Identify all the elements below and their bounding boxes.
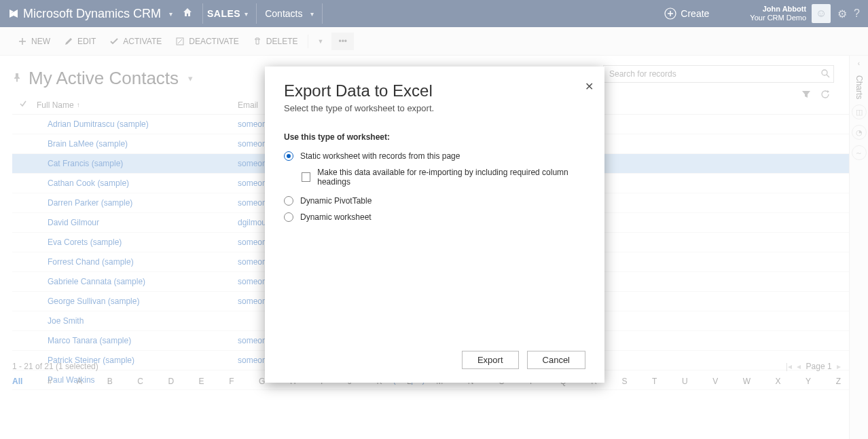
radio-dynamic-pivot[interactable]: Dynamic PivotTable <box>284 196 585 206</box>
export-excel-dialog: ✕ Export Data to Excel Select the type o… <box>265 66 604 383</box>
cancel-button[interactable]: Cancel <box>527 351 585 369</box>
radio-icon <box>284 151 293 161</box>
export-button[interactable]: Export <box>462 351 519 369</box>
radio-icon <box>284 212 293 222</box>
checkbox-reimport-label: Make this data available for re-importin… <box>317 168 585 187</box>
radio-icon <box>284 196 293 206</box>
radio-dynamic-label: Dynamic worksheet <box>300 212 372 222</box>
radio-static-worksheet[interactable]: Static worksheet with records from this … <box>284 151 585 161</box>
radio-pivot-label: Dynamic PivotTable <box>300 196 372 206</box>
dialog-title: Export Data to Excel <box>284 81 585 100</box>
checkbox-reimport[interactable]: Make this data available for re-importin… <box>302 168 585 187</box>
checkbox-icon <box>302 172 310 182</box>
radio-dynamic-worksheet[interactable]: Dynamic worksheet <box>284 212 585 222</box>
radio-static-label: Static worksheet with records from this … <box>300 151 460 161</box>
dialog-subtitle: Select the type of worksheet to export. <box>284 103 585 113</box>
close-icon[interactable]: ✕ <box>585 80 594 93</box>
worksheet-type-label: Use this type of worksheet: <box>284 132 585 142</box>
